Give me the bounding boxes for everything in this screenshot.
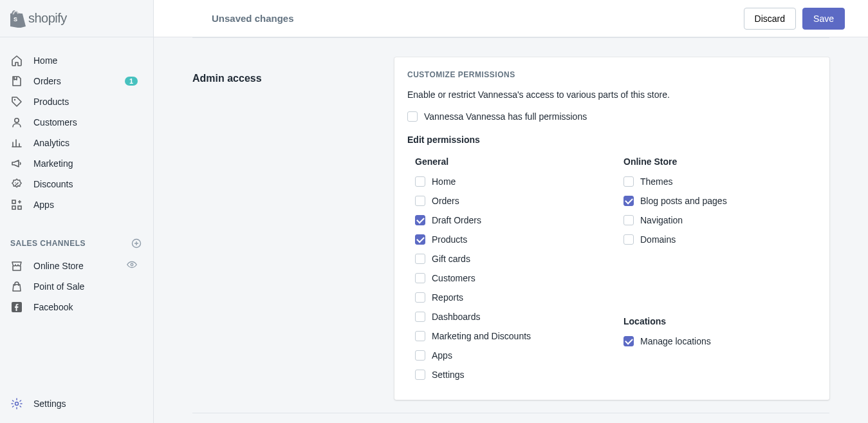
- main: Unsaved changes Discard Save Admin acces…: [154, 0, 868, 423]
- nav-label: Point of Sale: [33, 281, 84, 292]
- store-icon: [10, 259, 23, 272]
- full-permissions-label: Vannessa Vannessa has full permissions: [424, 111, 587, 122]
- nav-marketing[interactable]: Marketing: [0, 153, 153, 174]
- apps-icon: [10, 198, 23, 211]
- permission-row: Settings: [415, 368, 608, 382]
- channel-online-store[interactable]: Online Store: [0, 255, 153, 276]
- permission-checkbox[interactable]: [415, 350, 425, 361]
- add-channel-icon[interactable]: [130, 237, 143, 250]
- nav-apps[interactable]: Apps: [0, 194, 153, 215]
- pos-bag-icon: [10, 280, 23, 293]
- person-icon: [10, 116, 23, 129]
- facebook-icon: [10, 301, 23, 314]
- primary-nav: Home Orders 1 Products Customers: [0, 37, 153, 391]
- locations-title: Locations: [623, 316, 817, 326]
- svg-point-9: [131, 263, 133, 266]
- permission-row: Manage locations: [623, 334, 817, 348]
- permission-label: Customers: [432, 273, 476, 283]
- permission-label: Blog posts and pages: [640, 196, 727, 206]
- nav-home[interactable]: Home: [0, 50, 153, 71]
- orders-icon: [10, 75, 23, 88]
- nav-discounts[interactable]: Discounts: [0, 174, 153, 194]
- nav-orders[interactable]: Orders 1: [0, 71, 153, 91]
- nav-label: Analytics: [33, 138, 69, 148]
- permission-label: Settings: [432, 370, 465, 380]
- svg-text:S: S: [14, 16, 17, 23]
- shopify-bag-icon: S: [10, 10, 26, 28]
- online-store-list: ThemesBlog posts and pagesNavigationDoma…: [623, 174, 817, 247]
- permission-checkbox[interactable]: [415, 234, 425, 245]
- permission-row: Domains: [623, 232, 817, 247]
- permission-checkbox[interactable]: [623, 215, 634, 225]
- general-column: General HomeOrdersDraft OrdersProductsGi…: [415, 156, 608, 387]
- nav-analytics[interactable]: Analytics: [0, 133, 153, 153]
- permission-checkbox[interactable]: [415, 292, 425, 303]
- right-column: Online Store ThemesBlog posts and pagesN…: [623, 156, 817, 387]
- online-store-title: Online Store: [623, 156, 817, 167]
- nav-label: Products: [33, 97, 69, 107]
- nav-label: Customers: [33, 117, 77, 127]
- spacer: [623, 252, 817, 316]
- permission-checkbox[interactable]: [415, 331, 425, 341]
- permission-checkbox[interactable]: [415, 215, 425, 225]
- svg-point-3: [15, 182, 16, 183]
- permission-row: Themes: [623, 174, 817, 189]
- permission-label: Dashboards: [432, 312, 481, 322]
- discard-button[interactable]: Discard: [744, 8, 796, 30]
- admin-access-title: Admin access: [192, 73, 379, 84]
- permission-row: Apps: [415, 348, 608, 362]
- tag-icon: [10, 95, 23, 108]
- permission-checkbox[interactable]: [623, 196, 634, 206]
- permission-label: Apps: [432, 350, 452, 361]
- sidebar-footer: Settings: [0, 391, 153, 423]
- topbar: Unsaved changes Discard Save: [154, 0, 868, 37]
- permission-label: Domains: [640, 234, 676, 245]
- permission-checkbox[interactable]: [415, 196, 425, 206]
- permission-checkbox[interactable]: [415, 176, 425, 187]
- permission-checkbox[interactable]: [623, 234, 634, 245]
- svg-rect-5: [12, 200, 15, 203]
- permission-checkbox[interactable]: [623, 336, 634, 346]
- permissions-columns: General HomeOrdersDraft OrdersProductsGi…: [407, 156, 817, 387]
- brand-text: shopify: [28, 11, 67, 26]
- nav-products[interactable]: Products: [0, 91, 153, 112]
- nav-label: Discounts: [33, 179, 73, 189]
- channel-facebook[interactable]: Facebook: [0, 297, 153, 317]
- analytics-icon: [10, 136, 23, 149]
- permission-label: Marketing and Discounts: [432, 331, 531, 341]
- permission-checkbox[interactable]: [415, 370, 425, 380]
- nav-label: Apps: [33, 200, 54, 210]
- channel-pos[interactable]: Point of Sale: [0, 276, 153, 297]
- permission-checkbox[interactable]: [415, 312, 425, 322]
- permission-label: Navigation: [640, 215, 683, 225]
- permission-checkbox[interactable]: [415, 273, 425, 283]
- brand-logo[interactable]: S shopify: [10, 10, 67, 28]
- permission-row: Orders: [415, 194, 608, 208]
- full-permissions-checkbox[interactable]: [407, 111, 418, 122]
- save-button[interactable]: Save: [802, 8, 845, 30]
- topbar-actions: Discard Save: [744, 8, 845, 30]
- permission-row: Navigation: [623, 213, 817, 227]
- permission-row: Reports: [415, 290, 608, 305]
- permission-checkbox[interactable]: [415, 254, 425, 264]
- customize-permissions-label: CUSTOMIZE PERMISSIONS: [407, 70, 817, 79]
- discount-icon: [10, 178, 23, 191]
- permission-checkbox[interactable]: [623, 176, 634, 187]
- permission-row: Marketing and Discounts: [415, 329, 608, 343]
- top-divider: [192, 37, 829, 38]
- general-title: General: [415, 156, 608, 167]
- permissions-description: Enable or restrict Vannessa's access to …: [407, 89, 817, 100]
- permission-row: Home: [415, 174, 608, 189]
- eye-icon[interactable]: [126, 259, 138, 272]
- locations-list: Manage locations: [623, 334, 817, 348]
- permission-label: Themes: [640, 176, 673, 187]
- permission-row: Products: [415, 232, 608, 247]
- megaphone-icon: [10, 157, 23, 170]
- permission-row: Blog posts and pages: [623, 194, 817, 208]
- nav-customers[interactable]: Customers: [0, 112, 153, 133]
- full-permissions-row: Vannessa Vannessa has full permissions: [407, 111, 817, 122]
- permission-label: Products: [432, 234, 467, 245]
- svg-point-2: [15, 118, 19, 122]
- nav-settings[interactable]: Settings: [10, 397, 143, 410]
- unsaved-changes-label: Unsaved changes: [212, 13, 294, 24]
